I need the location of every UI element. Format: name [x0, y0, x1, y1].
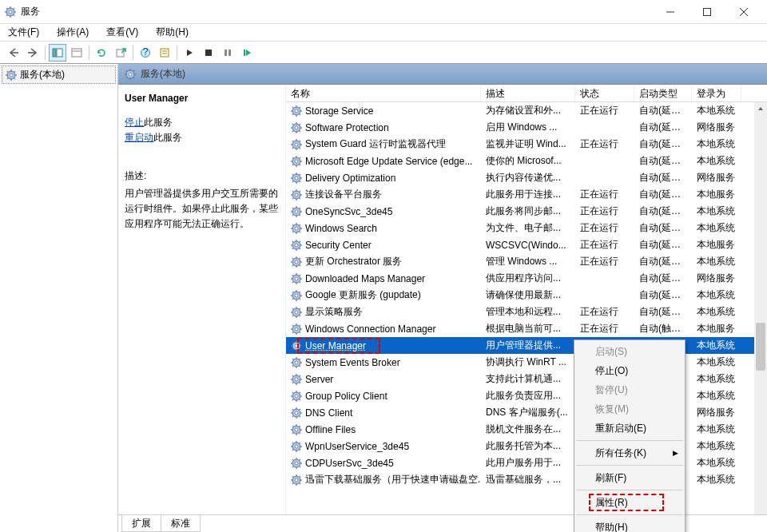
gear-icon [291, 374, 302, 385]
forward-button[interactable] [24, 44, 42, 62]
col-desc[interactable]: 描述 [481, 85, 575, 101]
help-button[interactable]: ? [137, 44, 154, 62]
vertical-scrollbar[interactable] [754, 102, 767, 532]
ctx-properties[interactable]: 属性(R) [574, 493, 685, 512]
table-row[interactable]: 更新 Orchestrator 服务管理 Windows ...正在运行自动(延… [286, 253, 754, 270]
col-startup[interactable]: 启动类型 [634, 85, 692, 101]
show-hide-tree-button[interactable] [49, 44, 66, 62]
service-status: 正在运行 [575, 305, 634, 319]
restart-button[interactable] [238, 44, 256, 62]
ctx-resume: 恢复(M) [574, 399, 685, 419]
table-row[interactable]: 显示策略服务管理本地和远程...正在运行自动(延迟...本地系统 [286, 304, 754, 320]
ctx-pause: 暂停(U) [574, 380, 685, 399]
gear-icon [291, 324, 302, 335]
ctx-start: 启动(S) [574, 342, 685, 361]
ctx-restart[interactable]: 重新启动(E) [574, 419, 685, 438]
service-logon: 网络服务 [692, 406, 741, 419]
refresh-button[interactable] [93, 44, 110, 62]
service-logon: 本地服务 [692, 238, 741, 252]
menu-view[interactable]: 查看(V) [103, 24, 141, 41]
menu-help[interactable]: 帮助(H) [153, 24, 192, 41]
service-name: Security Center [305, 240, 372, 251]
service-name: Google 更新服务 (gupdate) [305, 288, 421, 302]
table-row[interactable]: Security CenterWSCSVC(Windo...正在运行自动(延迟.… [286, 236, 754, 253]
stop-link[interactable]: 停止 [125, 117, 144, 128]
col-status[interactable]: 状态 [575, 85, 634, 101]
svg-rect-24 [161, 49, 169, 57]
menu-file[interactable]: 文件(F) [5, 24, 42, 41]
gear-icon [291, 424, 302, 435]
view-button[interactable] [68, 44, 85, 62]
detail-desc: 用户管理器提供多用户交互所需要的运行时组件。如果停止此服务，某些应用程序可能无法… [125, 186, 279, 231]
service-logon: 网络服务 [692, 171, 741, 185]
tree-root-services[interactable]: 服务(本地) [2, 66, 116, 84]
col-name[interactable]: 名称 [286, 85, 481, 101]
gear-icon [291, 122, 302, 133]
table-row[interactable]: Windows Connection Manager根据电脑当前可...正在运行… [286, 320, 754, 337]
service-desc: 使你的 Microsof... [481, 154, 575, 168]
maximize-button[interactable] [689, 0, 725, 23]
ctx-alltasks[interactable]: 所有任务(K)▶ [574, 443, 685, 463]
gear-icon [291, 307, 302, 318]
toolbar: ? [0, 42, 767, 64]
svg-text:?: ? [143, 47, 149, 58]
pause-button[interactable] [219, 44, 236, 62]
table-row[interactable]: Storage Service为存储设置和外...正在运行自动(延迟...本地系… [286, 102, 754, 119]
ctx-refresh[interactable]: 刷新(F) [574, 468, 685, 487]
ctx-stop[interactable]: 停止(O) [574, 361, 685, 380]
service-desc: 为文件、电子邮... [481, 221, 575, 235]
svg-rect-18 [72, 49, 81, 57]
table-row[interactable]: Windows Search为文件、电子邮...正在运行自动(延迟...本地系统 [286, 220, 754, 236]
service-name: Windows Search [305, 223, 377, 234]
export-button[interactable] [112, 44, 129, 62]
service-startup: 自动(延迟... [634, 272, 692, 285]
back-button[interactable] [5, 44, 22, 62]
service-name: 连接设备平台服务 [305, 188, 382, 201]
service-name: System Events Broker [305, 357, 400, 368]
close-button[interactable] [725, 0, 762, 23]
detail-title: User Manager [125, 93, 279, 104]
table-row[interactable]: System Guard 运行时监视器代理监视并证明 Wind...正在运行自动… [286, 136, 754, 153]
col-logon[interactable]: 登录为 [692, 85, 741, 101]
scroll-up-button[interactable] [754, 102, 767, 115]
table-row[interactable]: OneSyncSvc_3de45此服务将同步邮...正在运行自动(延迟...本地… [286, 203, 754, 220]
service-desc: 此用户服务用于... [481, 456, 575, 470]
scroll-thumb[interactable] [756, 323, 765, 371]
stop-button[interactable] [200, 44, 217, 62]
service-logon: 本地服务 [692, 188, 741, 201]
svg-rect-17 [57, 49, 62, 57]
service-logon: 本地系统 [692, 305, 741, 319]
detail-pane: User Manager 停止此服务 重启动此服务 描述: 用户管理器提供多用户… [118, 85, 286, 532]
restart-link[interactable]: 重启动 [125, 132, 153, 143]
service-startup: 自动(延迟... [634, 154, 692, 168]
gear-icon [291, 256, 302, 268]
table-row[interactable]: Microsoft Edge Update Service (edge...使你… [286, 153, 754, 169]
table-row[interactable]: Delivery Optimization执行内容传递优...自动(延迟...网… [286, 169, 754, 186]
service-startup: 自动(延迟... [634, 204, 692, 218]
menu-action[interactable]: 操作(A) [54, 24, 92, 41]
ctx-help[interactable]: 帮助(H) [574, 518, 685, 532]
play-button[interactable] [181, 44, 198, 62]
gear-icon [291, 189, 302, 200]
service-desc: WSCSVC(Windo... [481, 240, 575, 251]
table-row[interactable]: Downloaded Maps Manager供应用程序访问...自动(延迟..… [286, 270, 754, 287]
tab-extended[interactable]: 扩展 [121, 515, 161, 532]
tab-standard[interactable]: 标准 [161, 515, 201, 532]
minimize-button[interactable] [652, 0, 689, 23]
gear-icon [291, 105, 302, 117]
service-startup: 自动(触发... [634, 322, 692, 335]
service-logon: 本地系统 [692, 154, 741, 168]
service-startup: 自动(延迟... [634, 288, 692, 302]
table-row[interactable]: Google 更新服务 (gupdate)请确保使用最新...自动(延迟...本… [286, 287, 754, 304]
service-desc: 此服务将同步邮... [481, 204, 575, 218]
service-name: Delivery Optimization [305, 173, 395, 184]
service-logon: 本地系统 [692, 221, 741, 235]
tree-root-label: 服务(本地) [20, 68, 65, 81]
gear-icon [6, 69, 17, 81]
table-row[interactable]: 连接设备平台服务此服务用于连接...正在运行自动(延迟...本地服务 [286, 186, 754, 203]
service-status: 正在运行 [575, 322, 634, 335]
properties-button[interactable] [156, 44, 173, 62]
right-header: 服务(本地) [118, 64, 767, 85]
service-desc: 支持此计算机通... [481, 372, 575, 386]
table-row[interactable]: Software Protection启用 Windows ...自动(延迟..… [286, 119, 754, 136]
